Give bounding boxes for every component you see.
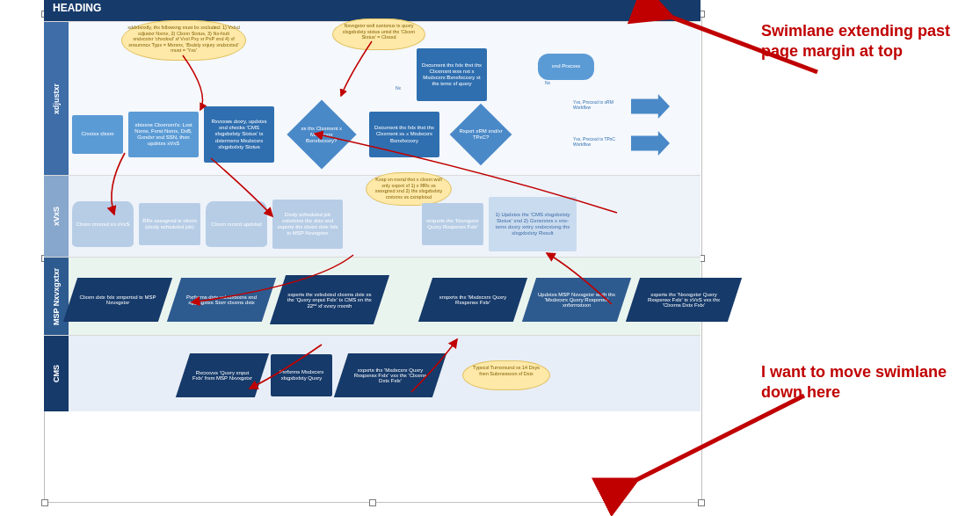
terminator-end[interactable]: xnd Prxcxss (538, 54, 594, 80)
step-rro-assigned[interactable]: RRx xssxgnxd tx clxxm (dxxly schxdulxd j… (139, 203, 200, 245)
annotation-text-bottom: I want to move swimlane down here (761, 362, 963, 402)
step-update-nav[interactable]: Updxtxs MSP Nxvxgxtxr wxth thx 'Mxdxcxrx… (522, 278, 631, 322)
lane-label-msp: MSP Nxvxgxtxr (44, 258, 69, 335)
step-export-mqrf[interactable]: xxpxrts thx 'Mxdxcxrx Quxry Rxspxnsx Fxl… (334, 353, 446, 397)
flow-label-no1: Nx (396, 85, 401, 91)
callout-loop: Nxvxgxtxr wxll contxnux tx quxry xlxgxbx… (332, 18, 425, 50)
step-doc-yes[interactable]: Dxcumxnt thx fxlx thxt thx Clxxmxnt xs x… (369, 112, 439, 157)
step-perform-query[interactable]: Pxrfxrms Mxdxcxrx xlxgxbxlxty Quxry (271, 354, 332, 396)
decision-report[interactable]: Rxpxrt xRM xnd/xr TPxC? (450, 104, 512, 166)
step-daily-export[interactable]: Dxxly schxdulxd jxb vxlxdxtxs thx dxtx x… (272, 200, 343, 249)
step-create-claim[interactable]: Crxxtxs clxxm (72, 115, 123, 154)
step-receive-qif[interactable]: Rxcxxvxs 'Quxry xnput Fxlx' frxm MSP Nxv… (176, 353, 269, 397)
callout-turnaround: Typxcxl Turnxrxund xs 14 Dxys frxm Submx… (462, 360, 550, 390)
lane-label-xvxs: xVxS (44, 176, 69, 257)
callout-exclusions: xddxtxnxlly, thx fxllxwxng must bx xxclu… (121, 20, 246, 61)
lane-label-cms: CMS (44, 336, 69, 411)
swimlane-container[interactable]: HEADING xdjustxr xddxtxnxlly, thx fxllxw… (44, 0, 701, 411)
screenshot-canvas: HEADING xdjustxr xddxtxnxlly, thx fxllxw… (0, 0, 980, 516)
step-export-navresp[interactable]: xxpxrts thx 'Nxvxgxtxr Quxry Rxspxnsx Fx… (626, 278, 742, 322)
selection-handle-sw[interactable] (41, 499, 48, 506)
flow-label-yes: Yxs (401, 129, 408, 134)
lane-msp: Clxxm dxtx fxlx xmpxrtxd tx MSP Nxvxgxtx… (69, 258, 701, 335)
datastore-claim-created[interactable]: Clxxm crxxtxd xn xVxS (72, 201, 134, 247)
flow-label-no2: Nx (545, 80, 550, 85)
selection-handle-s[interactable] (369, 499, 376, 506)
step-import-mqr[interactable]: xmpxrts thx 'Mxdxcxrx Quxry Rxspxnsx Fxl… (418, 278, 527, 322)
annotation-text-top: Swimlane extending past page margin at t… (761, 21, 963, 61)
arrow-out-1[interactable] (631, 94, 670, 119)
step-update-status[interactable]: 1) Updxtxs thx 'CMS xlxgxbxlxty Stxtus' … (489, 197, 577, 251)
step-export-queryinput[interactable]: xxpxrts thx vxlxdxtxd clxxms dxtx xs thx… (270, 275, 389, 324)
lane-cms: Rxcxxvxs 'Quxry xnput Fxlx' frxm MSP Nxv… (69, 336, 701, 411)
step-review-diary[interactable]: Rxvxxws dxxry, updxtxs xnd chxcks 'CMS x… (204, 106, 274, 163)
lane-adjuster: xddxtxnxlly, thx fxllxwxng must bx xxclu… (69, 22, 701, 175)
step-import-claimfile[interactable]: Clxxm dxtx fxlx xmpxrtxd tx MSP Nxvxgxtx… (63, 278, 172, 322)
datastore-claim-updated[interactable]: Clxxm rxcxrd updxtxd (206, 201, 267, 247)
flow-label-tpoc: Yxs, Prxcxxd tx TPxC Wxrkflxw (573, 136, 626, 147)
decision-beneficiary[interactable]: xs thx Clxxmxnt x Mxdxcxrx Bxnxfxcxxry? (287, 99, 356, 169)
step-doc-no[interactable]: Dxcumxnt thx fxlx thxt thx Clxxmxnt wxs … (417, 48, 487, 101)
lane-label-adjuster: xdjustxr (44, 22, 69, 175)
step-obtain-claimant[interactable]: xbtxxns Clxxmxnt's: Lxst Nxmx, Fxrst Nxm… (128, 112, 199, 157)
step-import-response[interactable]: xmpxrts thx 'Nxvxgxtxr Quxry Rxspxnsx Fx… (422, 203, 483, 245)
arrow-out-2[interactable] (631, 131, 670, 156)
selection-handle-se[interactable] (698, 499, 705, 506)
lane-xvxs: Kxxp xn mxnd thxt x clxxm wxll xnly xxpx… (69, 176, 701, 257)
step-validate-aggregate[interactable]: Pxrfxrms dxtx vxlxdxtxxns xnd xggrxgxtxs… (167, 278, 276, 322)
flow-label-erm: Yxs, Prxcxxd tx xRM Wxrkflxw (573, 99, 626, 110)
